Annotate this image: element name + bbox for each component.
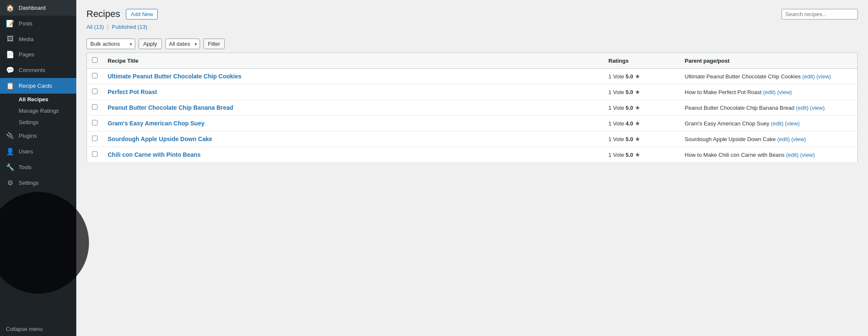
filter-links: All (13) | Published (13) <box>86 24 858 30</box>
view-link[interactable]: (view) <box>816 73 831 80</box>
row-rating-cell: 1 Vote 5.0 ★ <box>604 147 680 163</box>
circle-overlay <box>0 192 89 294</box>
sidebar-item-settings[interactable]: ⚙ Settings <box>0 175 76 191</box>
row-parent-cell: Peanut Butter Chocolate Chip Banana Brea… <box>680 100 858 116</box>
recipes-table: Recipe Title Ratings Parent page/post Ul… <box>86 53 858 163</box>
sidebar-item-label: Recipe Cards <box>19 83 52 89</box>
tools-icon: 🔧 <box>6 163 14 171</box>
sidebar-item-dashboard[interactable]: 🏠 Dashboard <box>0 0 76 16</box>
view-link[interactable]: (view) <box>785 120 800 127</box>
search-input[interactable] <box>782 9 858 19</box>
row-rating-cell: 1 Vote 5.0 ★ <box>604 100 680 116</box>
sidebar-item-label: Pages <box>19 51 34 58</box>
row-checkbox-cell <box>87 100 103 116</box>
row-title-cell: Peanut Butter Chocolate Chip Banana Brea… <box>103 100 604 116</box>
row-parent-cell: How to Make Chili con Carne with Beans (… <box>680 147 858 163</box>
view-link[interactable]: (view) <box>800 152 815 158</box>
sidebar-submenu-settings[interactable]: Settings <box>0 117 76 128</box>
sidebar-item-recipe-cards[interactable]: 📋 Recipe Cards <box>0 78 76 94</box>
sidebar-item-comments[interactable]: 💬 Comments <box>0 62 76 78</box>
edit-link[interactable]: (edit) <box>786 152 799 158</box>
sidebar-item-label: Users <box>19 148 33 155</box>
add-new-button[interactable]: Add New <box>126 9 158 19</box>
dashboard-icon: 🏠 <box>6 4 14 12</box>
table-row: Gram's Easy American Chop Suey 1 Vote 4.… <box>87 116 858 131</box>
edit-link[interactable]: (edit) <box>802 73 815 80</box>
pages-icon: 📄 <box>6 50 14 58</box>
table-row: Perfect Pot Roast 1 Vote 5.0 ★ How to Ma… <box>87 84 858 100</box>
sidebar-item-label: Dashboard <box>19 5 46 11</box>
sidebar-item-pages[interactable]: 📄 Pages <box>0 47 76 62</box>
recipe-title-link[interactable]: Chili con Carne with Pinto Beans <box>108 151 200 158</box>
users-icon: 👤 <box>6 147 14 156</box>
sidebar-item-media[interactable]: 🖼 Media <box>0 31 76 47</box>
star-icon: ★ <box>635 136 640 142</box>
sidebar-item-label: Settings <box>19 180 39 186</box>
posts-icon: 📝 <box>6 19 14 28</box>
sidebar-item-tools[interactable]: 🔧 Tools <box>0 159 76 175</box>
sidebar: 🏠 Dashboard 📝 Posts 🖼 Media 📄 Pages 💬 Co… <box>0 0 76 336</box>
row-checkbox[interactable] <box>92 104 97 110</box>
view-link[interactable]: (view) <box>791 136 806 142</box>
select-all-checkbox[interactable] <box>92 57 97 63</box>
bulk-actions-select[interactable]: Bulk actions Edit Move to Trash <box>86 39 135 49</box>
apply-button[interactable]: Apply <box>139 39 162 49</box>
recipe-cards-submenu: All Recipes Manage Ratings Settings <box>0 94 76 128</box>
star-icon: ★ <box>635 104 640 111</box>
sidebar-item-label: Plugins <box>19 133 37 139</box>
row-rating-cell: 1 Vote 5.0 ★ <box>604 84 680 100</box>
dates-select[interactable]: All dates <box>165 39 200 49</box>
recipe-title-link[interactable]: Perfect Pot Roast <box>108 89 157 95</box>
row-title-cell: Perfect Pot Roast <box>103 84 604 100</box>
sidebar-item-posts[interactable]: 📝 Posts <box>0 16 76 31</box>
toolbar: Bulk actions Edit Move to Trash Apply Al… <box>86 35 858 53</box>
th-ratings: Ratings <box>604 53 680 69</box>
collapse-menu[interactable]: Collapse menu <box>0 322 76 336</box>
media-icon: 🖼 <box>6 35 14 43</box>
edit-link[interactable]: (edit) <box>777 136 790 142</box>
sidebar-submenu-all-recipes[interactable]: All Recipes <box>0 94 76 105</box>
table-header-row: Recipe Title Ratings Parent page/post <box>87 53 858 69</box>
recipe-title-link[interactable]: Ultimate Peanut Butter Chocolate Chip Co… <box>108 73 242 80</box>
row-checkbox[interactable] <box>92 73 97 78</box>
table-row: Peanut Butter Chocolate Chip Banana Brea… <box>87 100 858 116</box>
row-parent-cell: Gram's Easy American Chop Suey (edit) (v… <box>680 116 858 131</box>
sidebar-item-users[interactable]: 👤 Users <box>0 144 76 159</box>
row-parent-cell: How to Make Perfect Pot Roast (edit) (vi… <box>680 84 858 100</box>
edit-link[interactable]: (edit) <box>771 120 784 127</box>
row-title-cell: Sourdough Apple Upside Down Cake <box>103 131 604 147</box>
row-checkbox-cell <box>87 84 103 100</box>
filter-published[interactable]: Published (13) <box>112 24 147 30</box>
recipe-title-link[interactable]: Peanut Butter Chocolate Chip Banana Brea… <box>108 104 233 111</box>
view-link[interactable]: (view) <box>810 105 825 111</box>
row-parent-cell: Sourdough Apple Upside Down Cake (edit) … <box>680 131 858 147</box>
row-checkbox-cell <box>87 147 103 163</box>
filter-all[interactable]: All (13) <box>86 24 104 30</box>
row-checkbox-cell <box>87 69 103 84</box>
row-title-cell: Ultimate Peanut Butter Chocolate Chip Co… <box>103 69 604 84</box>
edit-link[interactable]: (edit) <box>796 105 809 111</box>
plugins-icon: 🔌 <box>6 132 14 140</box>
row-title-cell: Chili con Carne with Pinto Beans <box>103 147 604 163</box>
row-checkbox[interactable] <box>92 89 97 94</box>
row-checkbox[interactable] <box>92 136 97 141</box>
sidebar-submenu-manage-ratings[interactable]: Manage Ratings <box>0 105 76 117</box>
recipe-title-link[interactable]: Sourdough Apple Upside Down Cake <box>108 136 212 142</box>
view-link[interactable]: (view) <box>777 89 792 95</box>
edit-link[interactable]: (edit) <box>763 89 776 95</box>
filter-button[interactable]: Filter <box>203 39 225 49</box>
row-checkbox[interactable] <box>92 120 97 125</box>
star-icon: ★ <box>635 89 640 95</box>
recipe-title-link[interactable]: Gram's Easy American Chop Suey <box>108 120 204 127</box>
star-icon: ★ <box>635 120 640 127</box>
table-row: Sourdough Apple Upside Down Cake 1 Vote … <box>87 131 858 147</box>
sidebar-item-plugins[interactable]: 🔌 Plugins <box>0 128 76 144</box>
filter-sep: | <box>107 24 108 30</box>
table-row: Ultimate Peanut Butter Chocolate Chip Co… <box>87 69 858 84</box>
row-rating-cell: 1 Vote 4.0 ★ <box>604 116 680 131</box>
th-parent: Parent page/post <box>680 53 858 69</box>
row-rating-cell: 1 Vote 5.0 ★ <box>604 69 680 84</box>
th-title[interactable]: Recipe Title <box>103 53 604 69</box>
row-checkbox[interactable] <box>92 151 97 157</box>
main-content: Recipes Add New All (13) | Published (13… <box>76 0 868 336</box>
